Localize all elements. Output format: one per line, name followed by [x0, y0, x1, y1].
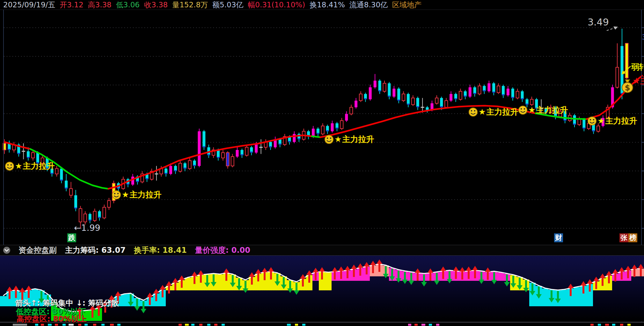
candle[interactable] [22, 143, 25, 159]
candle[interactable] [226, 151, 229, 168]
candle[interactable] [89, 213, 91, 223]
candle[interactable] [578, 117, 581, 126]
candle[interactable] [212, 147, 215, 158]
wealth-tag[interactable]: 财 [554, 233, 563, 242]
candle[interactable] [378, 79, 381, 94]
chip-control-panel[interactable]: 箭头↑: 筹码集中 ↓: 筹码分散 低控盘区: 30%以下 高控盘区: 80%以… [0, 256, 644, 322]
candle[interactable] [350, 105, 353, 115]
candle[interactable] [70, 182, 72, 198]
candle[interactable] [198, 129, 201, 167]
candle[interactable] [179, 160, 182, 173]
candle[interactable] [421, 98, 424, 113]
candle[interactable] [511, 87, 514, 101]
candle[interactable] [274, 137, 277, 149]
candle[interactable] [383, 81, 386, 93]
chip-down-arrow-stem [213, 274, 215, 282]
candle[interactable] [397, 87, 400, 103]
candle[interactable] [374, 74, 377, 89]
candle[interactable] [459, 89, 462, 101]
candle[interactable] [165, 167, 167, 176]
candle[interactable] [340, 118, 343, 130]
candle[interactable] [107, 198, 110, 210]
candle[interactable] [250, 146, 253, 155]
collapse-chevron-icon[interactable] [3, 247, 10, 254]
candle[interactable] [184, 162, 187, 171]
candle[interactable] [188, 158, 191, 170]
candle[interactable] [202, 130, 205, 150]
candle[interactable] [331, 121, 334, 133]
rank-tag-zhang[interactable]: 张 [619, 233, 628, 242]
candle[interactable] [103, 205, 106, 219]
candle[interactable] [55, 166, 58, 176]
candle[interactable] [426, 106, 429, 113]
chip-up-arrow-stem [627, 270, 629, 278]
candle[interactable] [193, 159, 196, 168]
candle[interactable] [388, 82, 391, 99]
candle[interactable] [473, 86, 476, 96]
candle[interactable] [317, 127, 319, 137]
candle[interactable] [521, 90, 524, 102]
info-bar: 2025/09/19/五开3.12高3.38低3.06收3.38量152.8万额… [0, 0, 644, 10]
candle[interactable] [269, 141, 272, 150]
candle[interactable] [516, 89, 519, 99]
candle[interactable] [12, 142, 15, 152]
chip-up-arrow [351, 265, 357, 269]
candle[interactable] [326, 124, 329, 134]
candle[interactable] [141, 171, 144, 183]
candle[interactable] [293, 131, 296, 143]
candle[interactable] [464, 90, 467, 99]
chip-up-arrow [172, 278, 178, 282]
candle[interactable] [454, 93, 457, 102]
candle[interactable] [222, 150, 224, 160]
candle[interactable] [174, 165, 177, 174]
candle[interactable] [402, 91, 405, 102]
candle[interactable] [259, 139, 263, 154]
candle[interactable] [60, 167, 63, 183]
candle[interactable] [407, 93, 410, 107]
candle[interactable] [307, 130, 310, 139]
candle[interactable] [150, 169, 153, 181]
candle[interactable] [412, 95, 414, 106]
candle[interactable] [65, 174, 68, 191]
candle[interactable] [416, 97, 419, 110]
candle[interactable] [321, 123, 324, 135]
candle[interactable] [283, 134, 286, 146]
candle[interactable] [236, 147, 239, 158]
candle[interactable] [582, 118, 585, 131]
candle[interactable] [616, 43, 619, 89]
candle[interactable] [74, 190, 77, 211]
candle[interactable] [231, 154, 234, 167]
candle[interactable] [483, 85, 486, 94]
candle[interactable] [93, 209, 96, 222]
candle[interactable] [369, 85, 372, 101]
candle[interactable] [502, 85, 505, 98]
candle[interactable] [507, 86, 509, 96]
candle[interactable] [155, 166, 158, 181]
candle[interactable] [336, 122, 339, 131]
candle[interactable] [487, 81, 490, 93]
candle[interactable] [245, 145, 248, 157]
candle[interactable] [392, 86, 395, 98]
candle[interactable] [98, 210, 101, 220]
main-chart[interactable] [0, 10, 644, 245]
chip-up-arrow [364, 262, 370, 266]
chip-up-arrow-stem [340, 271, 342, 279]
pull-up-signal-4: ★主力拉升 [518, 105, 568, 115]
candle[interactable] [492, 82, 495, 95]
candle[interactable] [364, 93, 367, 102]
candle[interactable] [345, 111, 348, 122]
candle[interactable] [359, 91, 362, 102]
candle[interactable] [568, 113, 571, 122]
candle[interactable] [450, 91, 452, 102]
candle[interactable] [241, 149, 244, 158]
candle[interactable] [435, 95, 438, 104]
candle[interactable] [264, 139, 267, 150]
candle[interactable] [469, 85, 472, 98]
candle[interactable] [573, 114, 576, 127]
candle[interactable] [355, 98, 357, 109]
candle[interactable] [297, 133, 300, 142]
rank-tag-bang[interactable]: 榜 [628, 233, 637, 242]
chip-up-arrow-stem [378, 264, 380, 272]
candle[interactable] [445, 98, 448, 109]
fall-tag[interactable]: 跌 [67, 233, 76, 242]
